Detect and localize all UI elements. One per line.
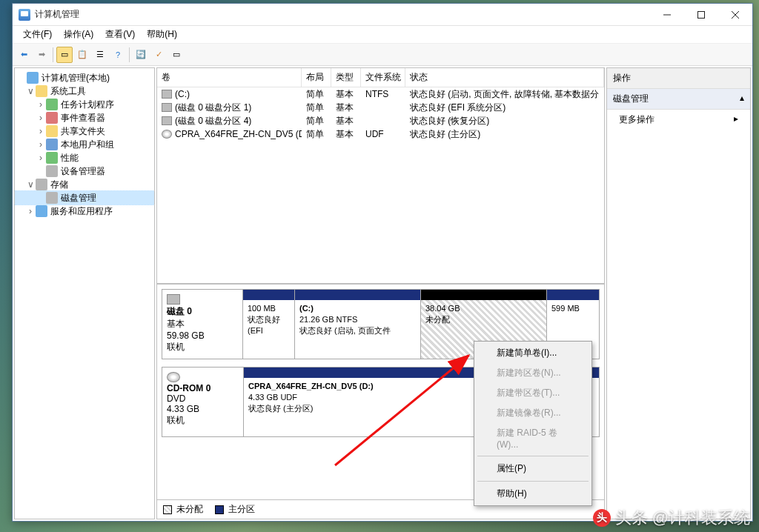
tree-root[interactable]: 计算机管理(本地) <box>15 71 154 84</box>
volume-row[interactable]: CPRA_X64FRE_ZH-CN_DV5 (D:)简单基本UDF状态良好 (主… <box>157 127 604 141</box>
partition[interactable]: (C:)21.26 GB NTFS状态良好 (启动, 页面文件 <box>295 290 421 359</box>
disk-0-header[interactable]: 磁盘 0 基本 59.98 GB 联机 <box>162 290 243 359</box>
menu-view[interactable]: 查看(V) <box>99 26 141 43</box>
titlebar[interactable]: 计算机管理 <box>13 4 752 26</box>
app-icon <box>19 9 30 21</box>
arrow-right-icon: ▸ <box>734 113 738 126</box>
separator <box>477 456 589 456</box>
volume-row[interactable]: (C:)简单基本NTFS状态良好 (启动, 页面文件, 故障转储, 基本数据分 <box>157 87 604 101</box>
cdrom-0-header[interactable]: CD-ROM 0 DVD 4.33 GB 联机 <box>162 368 244 436</box>
watermark: 头 头条 @计科装系统 <box>593 507 750 529</box>
tree-performance[interactable]: ›性能 <box>15 151 154 164</box>
context-menu: 新建简单卷(I)... 新建跨区卷(N)... 新建带区卷(T)... 新建镜像… <box>474 341 592 506</box>
toolbar: ⬅ ➡ ▭ 📋 ☰ ? 🔄 ✓ ▭ <box>13 44 752 66</box>
cdrom-icon <box>167 372 180 382</box>
col-volume[interactable]: 卷 <box>157 68 302 87</box>
volume-list: 卷 布局 类型 文件系统 状态 (C:)简单基本NTFS状态良好 (启动, 页面… <box>157 68 604 283</box>
col-type[interactable]: 类型 <box>331 68 361 87</box>
collapse-icon: ▴ <box>740 93 744 105</box>
svg-rect-1 <box>698 11 705 18</box>
volume-rows[interactable]: (C:)简单基本NTFS状态良好 (启动, 页面文件, 故障转储, 基本数据分(… <box>157 87 604 283</box>
tree-storage[interactable]: ∨存储 <box>15 178 154 191</box>
watermark-icon: 头 <box>593 509 611 527</box>
separator <box>477 481 589 482</box>
minimize-button[interactable] <box>650 4 684 26</box>
actions-more[interactable]: 更多操作▸ <box>607 110 750 130</box>
tree-systools[interactable]: ∨系统工具 <box>15 84 154 98</box>
separator <box>53 47 53 62</box>
swatch-unallocated <box>163 505 172 514</box>
tree-event-viewer[interactable]: ›事件查看器 <box>15 111 154 124</box>
partition-color-bar <box>421 290 546 300</box>
separator <box>129 47 130 62</box>
ctx-new-raid5-volume: 新建 RAID-5 卷(W)... <box>476 423 590 453</box>
swatch-primary <box>215 505 224 514</box>
tree-local-users[interactable]: ›本地用户和组 <box>15 138 154 151</box>
properties-button[interactable]: 📋 <box>74 47 90 63</box>
volume-row[interactable]: (磁盘 0 磁盘分区 1)简单基本状态良好 (EFI 系统分区) <box>157 101 604 114</box>
partition[interactable]: 100 MB状态良好 (EFI <box>243 290 295 359</box>
col-filesystem[interactable]: 文件系统 <box>361 68 405 87</box>
menu-help[interactable]: 帮助(H) <box>141 26 183 43</box>
nav-forward-button[interactable]: ➡ <box>33 47 50 63</box>
volume-list-header: 卷 布局 类型 文件系统 状态 <box>157 68 604 87</box>
settings-button[interactable]: ▭ <box>168 47 185 63</box>
nav-back-button[interactable]: ⬅ <box>16 47 32 63</box>
hard-disk-icon <box>167 294 180 305</box>
window-title: 计算机管理 <box>35 8 79 21</box>
ctx-properties[interactable]: 属性(P) <box>476 459 590 479</box>
actions-category[interactable]: 磁盘管理▴ <box>607 89 750 110</box>
help-button[interactable]: ? <box>110 47 126 63</box>
show-hide-tree-button[interactable]: ▭ <box>56 47 73 63</box>
close-button[interactable] <box>718 4 752 26</box>
computer-management-window: 计算机管理 文件(F) 操作(A) 查看(V) 帮助(H) ⬅ ➡ ▭ 📋 ☰ … <box>12 3 753 522</box>
actions-header: 操作 <box>607 68 750 89</box>
menubar: 文件(F) 操作(A) 查看(V) 帮助(H) <box>13 26 752 44</box>
legend-unallocated: 未分配 <box>163 503 203 516</box>
maximize-button[interactable] <box>684 4 718 26</box>
tree-disk-management[interactable]: 磁盘管理 <box>15 191 154 205</box>
main-body: 计算机管理(本地) ∨系统工具 ›任务计划程序 ›事件查看器 ›共享文件夹 ›本… <box>13 66 752 521</box>
ctx-help[interactable]: 帮助(H) <box>476 484 590 504</box>
view-options-button[interactable]: ☰ <box>92 47 108 63</box>
legend-primary: 主分区 <box>215 503 255 516</box>
ctx-new-spanned-volume: 新建跨区卷(N)... <box>476 363 590 383</box>
volume-row[interactable]: (磁盘 0 磁盘分区 4)简单基本状态良好 (恢复分区) <box>157 114 604 127</box>
ctx-new-simple-volume[interactable]: 新建简单卷(I)... <box>476 343 590 363</box>
rescan-disks-button[interactable]: ✓ <box>150 47 167 63</box>
partition-color-bar <box>547 290 599 300</box>
tree-task-scheduler[interactable]: ›任务计划程序 <box>15 98 154 111</box>
partition-color-bar <box>295 290 420 300</box>
partition-color-bar <box>243 290 294 300</box>
ctx-new-mirrored-volume: 新建镜像卷(R)... <box>476 403 590 423</box>
tree-shared-folders[interactable]: ›共享文件夹 <box>15 124 154 138</box>
tree-device-manager[interactable]: 设备管理器 <box>15 164 154 178</box>
menu-file[interactable]: 文件(F) <box>17 26 58 43</box>
actions-pane: 操作 磁盘管理▴ 更多操作▸ <box>606 67 751 519</box>
tree-services-apps[interactable]: ›服务和应用程序 <box>15 205 154 218</box>
menu-action[interactable]: 操作(A) <box>58 26 99 43</box>
ctx-new-striped-volume: 新建带区卷(T)... <box>476 383 590 403</box>
nav-tree[interactable]: 计算机管理(本地) ∨系统工具 ›任务计划程序 ›事件查看器 ›共享文件夹 ›本… <box>14 67 155 519</box>
col-status[interactable]: 状态 <box>405 68 604 87</box>
col-layout[interactable]: 布局 <box>302 68 331 87</box>
refresh-button[interactable]: 🔄 <box>133 47 149 63</box>
